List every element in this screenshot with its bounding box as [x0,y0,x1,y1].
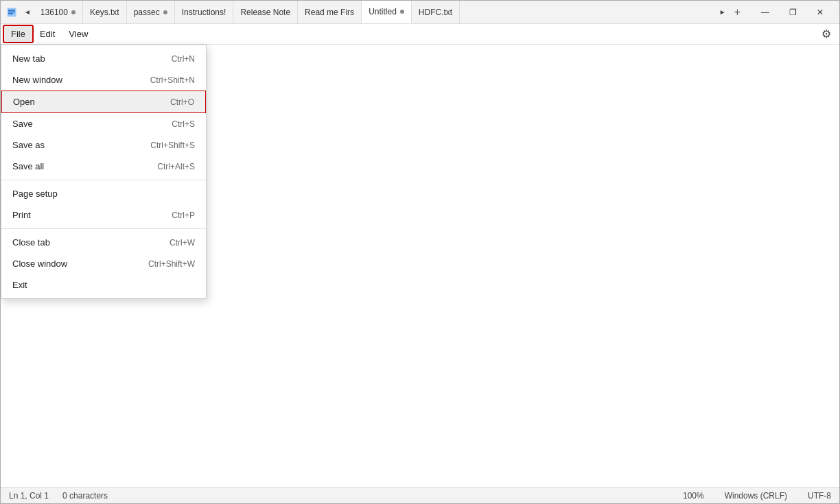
line-ending: Windows (CRLF) [725,491,787,501]
menu-exit[interactable]: Exit [1,274,206,296]
menu-bar: File Edit View ⚙ New tab Ctrl+N New wind… [1,24,839,45]
tab-instructions[interactable]: Instructions! [175,1,234,23]
zoom-level: 100% [683,491,704,501]
tabs-container: 136100 Keys.txt passec Instructions! Rel… [34,1,716,23]
menu-page-setup[interactable]: Page setup [1,183,206,204]
menu-print[interactable]: Print Ctrl+P [1,204,206,226]
status-bar: Ln 1, Col 1 0 characters 100% Windows (C… [1,487,839,503]
view-menu[interactable]: View [62,26,95,42]
encoding: UTF-8 [808,491,831,501]
tab-hdfc-txt[interactable]: HDFC.txt [412,1,460,23]
separator-2 [1,228,206,229]
minimize-button[interactable]: — [751,1,779,23]
file-menu[interactable]: File [3,25,33,43]
menu-save-as[interactable]: Save as Ctrl+Shift+S [1,134,206,156]
menu-save-all[interactable]: Save all Ctrl+Alt+S [1,156,206,177]
tab-dot-136100 [71,10,75,14]
cursor-position: Ln 1, Col 1 [9,491,49,501]
menu-new-tab[interactable]: New tab Ctrl+N [1,48,206,69]
maximize-button[interactable]: ❐ [779,1,806,23]
menu-new-window[interactable]: New window Ctrl+Shift+N [1,69,206,91]
tab-scroll-left[interactable]: ◄ [21,7,34,17]
tab-passec[interactable]: passec [127,1,175,23]
tab-scroll-right[interactable]: ► [716,7,729,17]
app-icon [6,7,17,18]
edit-menu[interactable]: Edit [33,26,62,42]
character-count: 0 characters [62,491,108,501]
window-controls: — ❐ ✕ [751,1,834,23]
tab-untitled[interactable]: Untitled [362,1,412,23]
tab-dot-untitled [400,10,404,14]
new-tab-button[interactable]: + [729,3,746,21]
close-button[interactable]: ✕ [806,1,834,23]
tab-release-note[interactable]: Release Note [233,1,298,23]
file-dropdown: New tab Ctrl+N New window Ctrl+Shift+N O… [1,45,207,299]
tab-read-me-first[interactable]: Read me Firs [298,1,362,23]
tab-dot-passec [163,10,167,14]
menu-close-tab[interactable]: Close tab Ctrl+W [1,232,206,253]
tab-136100[interactable]: 136100 [34,1,83,23]
tab-keys-txt[interactable]: Keys.txt [83,1,127,23]
menu-open[interactable]: Open Ctrl+O [1,91,206,113]
settings-button[interactable]: ⚙ [816,25,837,43]
menu-close-window[interactable]: Close window Ctrl+Shift+W [1,253,206,274]
status-right: 100% Windows (CRLF) UTF-8 [683,491,831,501]
menu-save[interactable]: Save Ctrl+S [1,113,206,134]
separator-1 [1,180,206,180]
title-bar: ◄ 136100 Keys.txt passec Instructions! R… [1,1,839,24]
